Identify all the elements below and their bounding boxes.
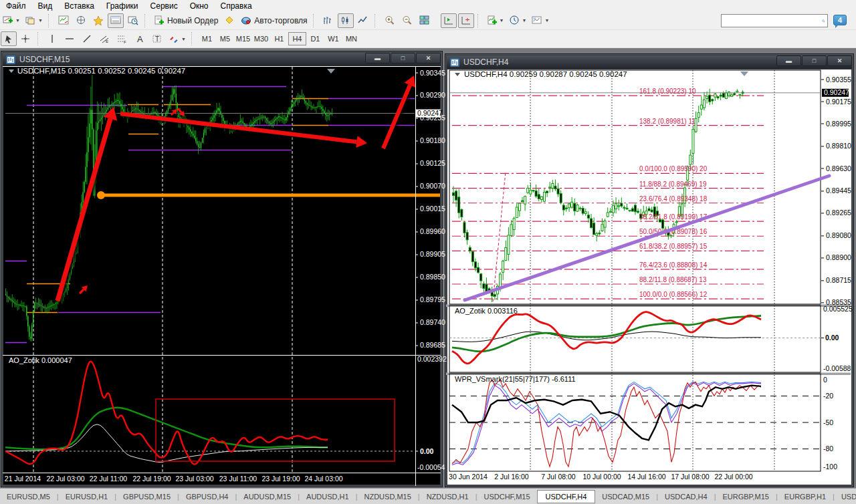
new-order-icon: [154, 15, 165, 25]
menu-Сервис[interactable]: Сервис: [144, 1, 184, 11]
metaeditor-button[interactable]: [221, 13, 237, 28]
horizontal-line-button[interactable]: [62, 31, 78, 46]
timeframe-M1[interactable]: M1: [198, 32, 216, 45]
window-usdchf-m15[interactable]: USDCHF,M15 ▬ □ ✕: [1, 51, 443, 487]
menu-Файл[interactable]: Файл: [0, 1, 32, 11]
chart-area-m15[interactable]: [3, 67, 440, 485]
text-label-button[interactable]: T: [149, 31, 165, 46]
svg-text:E: E: [106, 39, 108, 43]
timeframe-D1[interactable]: D1: [306, 32, 324, 45]
crosshair-icon: [21, 34, 31, 44]
terminal-button[interactable]: [108, 13, 124, 28]
search-input[interactable]: [721, 14, 828, 27]
tab-EURGBP,M15[interactable]: EURGBP,M15: [716, 490, 776, 503]
profiles-button[interactable]: ▼: [23, 13, 45, 28]
tab-GBPUSD,M15[interactable]: GBPUSD,M15: [116, 490, 177, 503]
zoom-in-button[interactable]: [382, 13, 398, 28]
timeframe-MN[interactable]: MN: [342, 32, 360, 45]
chart-bars-button[interactable]: [320, 13, 336, 28]
chart-window-icon: [6, 55, 15, 64]
chart-candles-button[interactable]: [338, 13, 354, 28]
svg-text:A: A: [137, 34, 143, 44]
arrows-tool-button[interactable]: ▼: [167, 31, 188, 46]
timeframe-M15[interactable]: M15: [234, 32, 252, 45]
market-watch-button[interactable]: [56, 13, 72, 28]
tile-windows-button[interactable]: [417, 13, 433, 28]
close-button[interactable]: ✕: [827, 55, 852, 66]
tab-NZDUSD,M15[interactable]: NZDUSD,M15: [358, 490, 418, 503]
maximize-button[interactable]: □: [802, 55, 827, 66]
timeframe-H4[interactable]: H4: [288, 32, 306, 45]
search-field[interactable]: [722, 17, 822, 25]
vertical-line-button[interactable]: [45, 31, 61, 46]
menu-Вид[interactable]: Вид: [32, 1, 59, 11]
tab-USDCHF,M15[interactable]: USDCHF,M15: [477, 490, 536, 503]
chart-window-icon: [450, 58, 459, 67]
periods-icon: [510, 15, 520, 25]
timeframe-H1[interactable]: H1: [270, 32, 288, 45]
menu-bar: ФайлВидВставкаГрафикиСервисОкноСправка: [0, 0, 856, 11]
data-window-button[interactable]: [73, 13, 89, 28]
cursor-button[interactable]: [1, 31, 17, 46]
toolbar-drawing: EFAT▼M1M5M15M30H1H4D1W1MN: [0, 30, 856, 48]
timeframe-M5[interactable]: M5: [216, 32, 234, 45]
text-icon: A: [134, 34, 145, 44]
horizontal-line-icon: [65, 34, 76, 44]
maximize-button[interactable]: □: [391, 53, 415, 64]
ui-tsep: [37, 32, 42, 45]
menu-Окно[interactable]: Окно: [184, 1, 215, 11]
chart-line-button[interactable]: [355, 13, 371, 28]
ui-tsep: [313, 14, 318, 27]
trendline-button[interactable]: [80, 31, 96, 46]
window-usdchf-h4[interactable]: USDCHF,H4 ▬ □ ✕: [445, 53, 854, 487]
metaeditor-icon: [224, 15, 235, 25]
menu-Вставка[interactable]: Вставка: [58, 1, 100, 11]
tab-USDCAD,H4[interactable]: USDCAD,H4: [658, 490, 714, 503]
toolbar-standard: 4 ▼▼Новый ОрдерАвто-торговля▼▼▼: [0, 11, 856, 30]
chart-tab-bar: EURUSD,M5|EURUSD,H1|GBPUSD,M15|GBPUSD,H4…: [0, 488, 856, 504]
templates-button[interactable]: ▼: [530, 13, 551, 28]
ui-tsep: [144, 14, 149, 27]
tab-AUDUSD,H1[interactable]: AUDUSD,H1: [300, 490, 356, 503]
navigator-button[interactable]: [90, 13, 106, 28]
auto-scroll-button[interactable]: [441, 13, 457, 28]
window-title: USDCHF,H4: [463, 57, 508, 67]
timeframe-W1[interactable]: W1: [324, 32, 342, 45]
tab-USDJPY,M15[interactable]: USDJPY,M15: [835, 490, 856, 503]
tab-GBPUSD,H4[interactable]: GBPUSD,H4: [179, 490, 235, 503]
menu-Справка[interactable]: Справка: [215, 1, 258, 11]
text-button[interactable]: A: [132, 31, 148, 46]
zoom-out-button[interactable]: [399, 13, 415, 28]
tab-EURGBP,H1[interactable]: EURGBP,H1: [778, 490, 833, 503]
tab-EURUSD,H1[interactable]: EURUSD,H1: [59, 490, 115, 503]
chart-area-h4[interactable]: [447, 70, 851, 485]
autotrading-icon: [241, 15, 251, 25]
chart-bars-icon: [323, 15, 334, 25]
chart-shift-button[interactable]: [458, 13, 474, 28]
tab-NZDUSD,H1[interactable]: NZDUSD,H1: [420, 490, 475, 503]
autotrading-button[interactable]: Авто-торговля: [239, 13, 309, 28]
zoom-out-icon: [402, 15, 413, 25]
chart-candles-icon: [340, 15, 351, 25]
tab-AUDUSD,M15[interactable]: AUDUSD,M15: [237, 490, 298, 503]
periods-button[interactable]: ▼: [508, 13, 529, 28]
fibonacci-button[interactable]: F: [114, 31, 130, 46]
timeframe-M30[interactable]: M30: [252, 32, 270, 45]
indicators-button[interactable]: ▼: [485, 13, 506, 28]
menu-Графики[interactable]: Графики: [100, 1, 144, 11]
minimize-button[interactable]: ▬: [776, 55, 801, 66]
tab-USDCAD,M15[interactable]: USDCAD,M15: [595, 490, 656, 503]
new-chart-button[interactable]: ▼: [1, 13, 22, 28]
strategy-tester-button[interactable]: [125, 13, 141, 28]
tab-EURUSD,M5[interactable]: EURUSD,M5: [0, 490, 57, 503]
minimize-button[interactable]: ▬: [365, 53, 390, 64]
tab-USDCHF,H4[interactable]: USDCHF,H4: [537, 490, 596, 503]
notifications-badge[interactable]: 4: [833, 15, 847, 25]
close-button[interactable]: ✕: [416, 53, 441, 64]
ui-tsep: [374, 14, 379, 27]
crosshair-button[interactable]: [18, 31, 34, 46]
svg-text:T: T: [155, 35, 159, 43]
search-icon[interactable]: [822, 16, 825, 26]
new-order-button[interactable]: Новый Ордер: [152, 13, 220, 28]
equidistant-channel-button[interactable]: E: [97, 31, 113, 46]
